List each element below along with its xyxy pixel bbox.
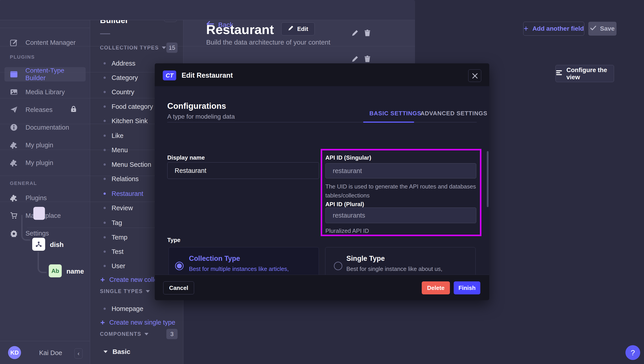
bullet-icon bbox=[104, 91, 106, 93]
user-name: Kai Doe bbox=[39, 349, 62, 356]
configure-the-view-button[interactable]: Configure the view bbox=[556, 65, 614, 82]
layout-icon bbox=[10, 71, 18, 78]
configurations-subtitle: A type for modeling data bbox=[167, 113, 235, 120]
bullet-icon bbox=[104, 178, 106, 180]
type-label: Type bbox=[167, 237, 180, 244]
bullet-icon bbox=[104, 207, 106, 209]
bullet-icon bbox=[104, 163, 106, 166]
components-header[interactable]: COMPONENTS bbox=[100, 331, 148, 337]
sidebar-item-label: Content-Type Builder bbox=[26, 67, 86, 82]
sidebar-item-my-plugin-1[interactable]: My plugin bbox=[4, 138, 86, 152]
puzzle-icon bbox=[10, 141, 18, 149]
delete-field-button[interactable] bbox=[364, 55, 371, 63]
tree-connector bbox=[38, 252, 46, 273]
display-name-input[interactable] bbox=[167, 162, 319, 179]
sidebar-item-documentation[interactable]: Documentation bbox=[4, 120, 86, 134]
radio-collection-type[interactable] bbox=[175, 262, 184, 270]
collection-type-title: Collection Type bbox=[189, 255, 240, 263]
sidebar-item-marketplace[interactable]: Marketplace bbox=[4, 209, 86, 223]
tab-advanced-settings[interactable]: ADVANCED SETTINGS bbox=[420, 110, 488, 117]
cart-icon bbox=[10, 212, 18, 219]
pen-square-icon bbox=[10, 39, 18, 46]
page-subtitle: Build the data architecture of your cont… bbox=[206, 39, 330, 46]
row-actions bbox=[351, 29, 371, 37]
title-accent bbox=[100, 33, 110, 34]
bullet-icon bbox=[104, 105, 106, 108]
api-id-plural-input[interactable] bbox=[325, 208, 476, 223]
radio-single-type[interactable] bbox=[334, 262, 342, 270]
divider bbox=[0, 46, 415, 46]
display-name-label: Display name bbox=[167, 154, 205, 161]
divider bbox=[0, 28, 90, 28]
bullet-icon bbox=[104, 222, 106, 224]
plugins-section-header: PLUGINS bbox=[10, 54, 35, 60]
app-root: Strapi Dashboard Workplace Content Manag… bbox=[0, 0, 644, 364]
sidebar-item-label: My plugin bbox=[26, 159, 53, 166]
plus-icon: + bbox=[100, 275, 105, 284]
bullet-icon bbox=[104, 265, 106, 267]
help-button[interactable]: ? bbox=[626, 345, 640, 360]
row-actions bbox=[351, 55, 371, 63]
sidebar-item-media-library[interactable]: Media Library bbox=[4, 85, 86, 99]
avatar[interactable]: KD bbox=[8, 346, 21, 359]
delete-field-button[interactable] bbox=[364, 29, 371, 37]
edit-field-button[interactable] bbox=[351, 55, 359, 63]
divider bbox=[0, 341, 90, 341]
single-item-homepage[interactable]: Homepage bbox=[104, 304, 180, 314]
sidebar-item-my-plugin-2[interactable]: My plugin bbox=[4, 155, 86, 170]
component-group-basic[interactable]: Basic bbox=[104, 347, 170, 356]
close-modal-button[interactable] bbox=[468, 69, 481, 82]
create-single-type-link[interactable]: + Create new single type bbox=[100, 317, 181, 327]
image-icon bbox=[10, 88, 18, 96]
collection-types-header[interactable]: COLLECTION TYPES bbox=[100, 45, 166, 51]
text-field-icon: Ab bbox=[49, 264, 62, 277]
lock-icon bbox=[70, 106, 77, 114]
check-icon bbox=[590, 25, 596, 32]
sidebar-item-label: Content Manager bbox=[26, 39, 76, 46]
sidebar-item-content-type-builder[interactable]: Content-Type Builder bbox=[4, 67, 86, 81]
group-label: SINGLE TYPES bbox=[100, 288, 143, 294]
field-name: dish bbox=[50, 241, 64, 249]
api-id-singular-hint: The UID is used to generate the API rout… bbox=[325, 182, 478, 200]
sidebar-item-label: My plugin bbox=[26, 141, 53, 149]
sidebar-item-label: Media Library bbox=[26, 88, 65, 96]
api-id-singular-input[interactable] bbox=[325, 163, 476, 178]
puzzle-icon bbox=[10, 159, 18, 166]
sidebar-item-plugins[interactable]: Plugins bbox=[4, 191, 86, 205]
close-icon bbox=[472, 73, 478, 79]
group-label: COMPONENTS bbox=[100, 331, 141, 337]
delete-button[interactable]: Delete bbox=[422, 281, 450, 294]
sidebar-item-content-manager[interactable]: Content Manager bbox=[4, 35, 86, 50]
plus-icon: + bbox=[524, 24, 528, 33]
bullet-icon bbox=[104, 193, 106, 195]
bullet-icon bbox=[104, 149, 106, 151]
modal-title: Edit Restaurant bbox=[182, 71, 233, 79]
page-title: Restaurant bbox=[206, 22, 274, 37]
group-label: COLLECTION TYPES bbox=[100, 45, 159, 51]
edit-button[interactable]: Edit bbox=[281, 22, 314, 35]
bullet-icon bbox=[104, 77, 106, 79]
cancel-button[interactable]: Cancel bbox=[163, 281, 194, 294]
sidebar-item-label: Releases bbox=[26, 106, 52, 113]
general-section-header: GENERAL bbox=[10, 180, 37, 186]
collapse-sidebar-button[interactable]: ‹ bbox=[74, 348, 82, 359]
finish-button[interactable]: Finish bbox=[454, 281, 480, 294]
app-sidebar: Strapi Dashboard Workplace Content Manag… bbox=[0, 0, 90, 364]
edit-field-button[interactable] bbox=[351, 29, 359, 37]
tree-connector bbox=[21, 215, 30, 241]
add-another-field-button[interactable]: + Add another field bbox=[523, 22, 584, 36]
modal-scrollbar[interactable] bbox=[487, 151, 488, 207]
bullet-icon bbox=[104, 236, 106, 238]
save-button[interactable]: Save bbox=[588, 22, 616, 36]
sidebar-item-releases[interactable]: Releases bbox=[4, 103, 86, 117]
sidebar-item-settings[interactable]: Settings bbox=[4, 226, 86, 240]
active-tab-underline bbox=[363, 122, 414, 123]
configurations-title: Configurations bbox=[167, 101, 226, 111]
bullet-icon bbox=[104, 134, 106, 137]
tab-basic-settings[interactable]: BASIC SETTINGS bbox=[370, 110, 421, 117]
sidebar-item-label: Plugins bbox=[26, 194, 47, 202]
fields-table-header bbox=[0, 0, 415, 20]
single-types-header[interactable]: SINGLE TYPES bbox=[100, 288, 150, 294]
bullet-icon bbox=[104, 308, 106, 310]
field-name: name bbox=[66, 268, 84, 275]
